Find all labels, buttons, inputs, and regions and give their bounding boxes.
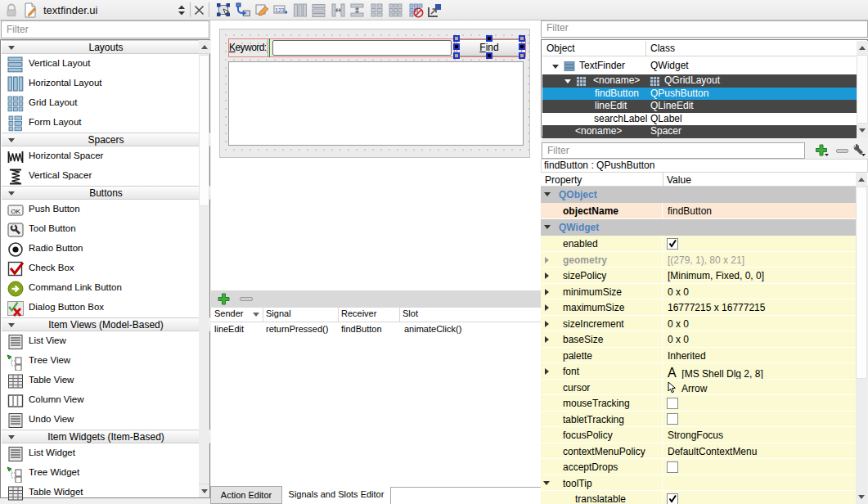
svg-text:OK: OK xyxy=(11,208,20,215)
svg-text:123: 123 xyxy=(275,7,285,13)
